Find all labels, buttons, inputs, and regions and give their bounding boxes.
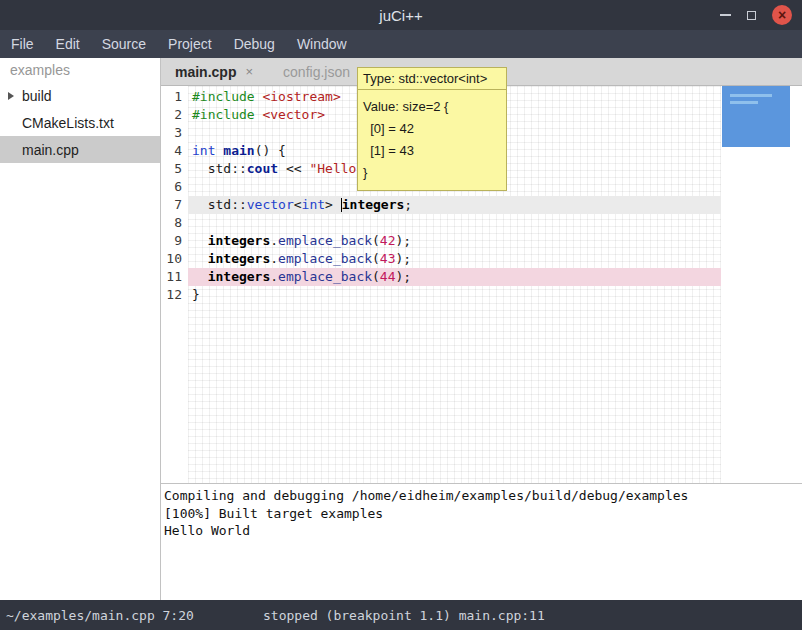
debug-value-tooltip: Type: std::vector<int> Value: size=2 { [… (357, 67, 507, 191)
window-controls: × (720, 0, 792, 30)
terminal-line: Hello World (164, 522, 800, 540)
main-content: examples buildCMakeLists.txtmain.cpp mai… (0, 58, 802, 600)
code-line-7[interactable]: 7 std::vector<int> integers; (161, 196, 802, 214)
menu-bar: FileEditSourceProjectDebugWindow (0, 30, 802, 58)
tab-close-icon[interactable]: × (245, 64, 253, 79)
token: 43 (380, 251, 396, 266)
line-number: 10 (161, 250, 188, 268)
line-number: 4 (161, 142, 188, 160)
token: . (270, 251, 278, 266)
menu-item-debug[interactable]: Debug (223, 30, 286, 58)
tooltip-value-line: } (363, 162, 501, 184)
line-number: 12 (161, 286, 188, 304)
line-number: 7 (161, 196, 188, 214)
code-line-8[interactable]: 8 (161, 214, 802, 232)
token: () { (255, 143, 286, 158)
close-button[interactable]: × (772, 5, 792, 25)
code-text: integers.emplace_back(43); (188, 250, 721, 268)
status-file-location: ~/examples/main.cpp 7:20 (6, 608, 194, 623)
token: ); (396, 269, 412, 284)
line-number: 11 (161, 268, 188, 286)
line-number: 9 (161, 232, 188, 250)
close-icon: × (778, 8, 786, 22)
tab-main-cpp[interactable]: main.cpp× (175, 58, 253, 85)
minimize-button[interactable] (720, 14, 731, 16)
token: vector (247, 197, 294, 212)
line-number: 8 (161, 214, 188, 232)
tab-label: main.cpp (175, 64, 236, 80)
tooltip-value-line: Value: size=2 { (363, 96, 501, 118)
menu-item-window[interactable]: Window (286, 30, 358, 58)
tree-item-label: CMakeLists.txt (22, 115, 114, 131)
terminal-line: Compiling and debugging /home/eidheim/ex… (164, 487, 800, 505)
token: ( (372, 269, 380, 284)
file-tree-header: examples (0, 58, 160, 82)
tab-config-json[interactable]: config.json (283, 58, 350, 85)
menu-item-source[interactable]: Source (91, 30, 157, 58)
terminal-line: [100%] Built target examples (164, 505, 800, 523)
code-text (188, 214, 721, 232)
code-text: std::vector<int> integers; (188, 196, 721, 214)
token: std:: (192, 197, 247, 212)
maximize-button[interactable] (747, 11, 756, 20)
code-line-12[interactable]: 12} (161, 286, 802, 304)
menu-item-edit[interactable]: Edit (45, 30, 91, 58)
token: emplace_back (278, 233, 372, 248)
token: int (302, 197, 325, 212)
token: . (270, 269, 278, 284)
line-number: 5 (161, 160, 188, 178)
tooltip-type-line: Type: std::vector<int> (357, 67, 507, 90)
token: ( (372, 233, 380, 248)
terminal-output[interactable]: Compiling and debugging /home/eidheim/ex… (161, 484, 802, 600)
token: > (325, 197, 341, 212)
tree-item-build[interactable]: build (0, 82, 160, 109)
token (192, 233, 208, 248)
line-number: 2 (161, 106, 188, 124)
token: #include (192, 107, 262, 122)
overlay-line (730, 101, 758, 104)
token: . (270, 233, 278, 248)
code-line-10[interactable]: 10 integers.emplace_back(43); (161, 250, 802, 268)
token: emplace_back (278, 269, 372, 284)
code-line-9[interactable]: 9 integers.emplace_back(42); (161, 232, 802, 250)
token: int (192, 143, 215, 158)
titlebar: juCi++ × (0, 0, 802, 30)
blue-overlay-panel (722, 86, 790, 147)
token: ( (372, 251, 380, 266)
window-title: juCi++ (0, 7, 802, 24)
token: << (278, 161, 309, 176)
overlay-line (730, 94, 772, 97)
tree-item-cmakelists-txt[interactable]: CMakeLists.txt (0, 109, 160, 136)
status-debug-state: stopped (breakpoint 1.1) main.cpp:11 (263, 608, 545, 623)
token: #include (192, 89, 262, 104)
token: 44 (380, 269, 396, 284)
token: ); (396, 251, 412, 266)
chevron-right-icon (8, 92, 14, 100)
token: ); (396, 233, 412, 248)
tooltip-value-line: [0] = 42 (363, 118, 501, 140)
code-text: } (188, 286, 721, 304)
token: integers (208, 233, 271, 248)
token (192, 251, 208, 266)
maximize-icon (747, 11, 756, 20)
code-line-11[interactable]: 11 integers.emplace_back(44); (161, 268, 802, 286)
token: cout (247, 161, 278, 176)
token: main (223, 143, 254, 158)
token: <vector> (262, 107, 325, 122)
tree-item-main-cpp[interactable]: main.cpp (0, 136, 160, 163)
token: emplace_back (278, 251, 372, 266)
token: std:: (192, 161, 247, 176)
tooltip-value-line: [1] = 43 (363, 140, 501, 162)
tooltip-value-box: Value: size=2 { [0] = 42 [1] = 43} (357, 89, 507, 191)
code-text: integers.emplace_back(42); (188, 232, 721, 250)
menu-item-file[interactable]: File (0, 30, 45, 58)
token: integers (208, 269, 271, 284)
minimize-icon (720, 14, 731, 16)
token (192, 269, 208, 284)
token: < (294, 197, 302, 212)
jucipp-window: juCi++ × FileEditSourceProjectDebugWindo… (0, 0, 802, 630)
token: } (192, 287, 200, 302)
tab-label: config.json (283, 64, 350, 80)
menu-item-project[interactable]: Project (157, 30, 223, 58)
file-tree-panel: examples buildCMakeLists.txtmain.cpp (0, 58, 160, 600)
